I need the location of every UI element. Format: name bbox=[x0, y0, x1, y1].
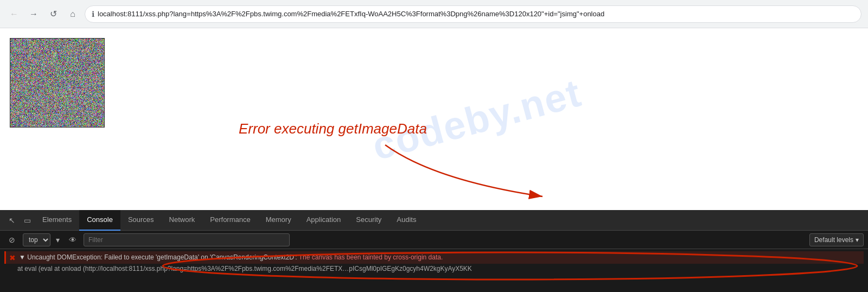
back-button[interactable]: ← bbox=[7, 7, 22, 22]
home-button[interactable]: ⌂ bbox=[65, 7, 80, 22]
error-message-prefix: ▼ Uncaught DOMException: Failed to execu… bbox=[19, 253, 299, 261]
watermark: codeby.net bbox=[368, 70, 586, 168]
eye-icon-btn[interactable]: 👁 bbox=[65, 232, 80, 247]
tab-elements[interactable]: Elements bbox=[35, 210, 79, 231]
tab-security[interactable]: Security bbox=[348, 210, 389, 231]
default-levels-label: Default levels bbox=[814, 236, 853, 244]
block-icon-btn[interactable]: ⊘ bbox=[4, 232, 20, 247]
dropdown-arrow-icon: ▾ bbox=[54, 234, 62, 245]
console-error-row-2: at eval (eval at onload (http://localhos… bbox=[4, 265, 864, 272]
address-bar[interactable]: ℹ localhost:8111/xss.php?lang=https%3A%2… bbox=[85, 5, 861, 23]
noise-image bbox=[10, 38, 105, 128]
tab-sources[interactable]: Sources bbox=[120, 210, 162, 231]
tab-network[interactable]: Network bbox=[162, 210, 203, 231]
tab-audits[interactable]: Audits bbox=[389, 210, 424, 231]
tab-application[interactable]: Application bbox=[299, 210, 349, 231]
devtools-toolbar: ⊘ top ▾ 👁 Default levels ▾ bbox=[0, 231, 868, 249]
secure-icon: ℹ bbox=[92, 10, 94, 18]
levels-arrow-icon: ▾ bbox=[856, 236, 859, 244]
address-text: localhost:8111/xss.php?lang=https%3A%2F%… bbox=[98, 10, 604, 18]
error-stack-text: at eval (eval at onload (http://localhos… bbox=[17, 265, 472, 272]
default-levels-button[interactable]: Default levels ▾ bbox=[809, 233, 864, 246]
forward-button[interactable]: → bbox=[26, 7, 41, 22]
devtools: ↖ ▭ Elements Console Sources Network Per… bbox=[0, 210, 868, 292]
devtools-tabs: ↖ ▭ Elements Console Sources Network Per… bbox=[0, 210, 868, 231]
devtools-console: ✖ ▼ Uncaught DOMException: Failed to exe… bbox=[0, 249, 868, 292]
reload-button[interactable]: ↺ bbox=[46, 7, 61, 22]
cursor-icon-btn[interactable]: ↖ bbox=[4, 213, 20, 228]
error-message-highlight: The canvas has been tainted by cross-ori… bbox=[299, 253, 443, 261]
page-content: codeby.net Error executing getImageData bbox=[0, 28, 868, 210]
browser-chrome: ← → ↺ ⌂ ℹ localhost:8111/xss.php?lang=ht… bbox=[0, 0, 868, 28]
tab-memory[interactable]: Memory bbox=[258, 210, 299, 231]
error-icon: ✖ bbox=[9, 253, 16, 262]
context-selector[interactable]: top bbox=[23, 233, 50, 246]
arrow-overlay bbox=[0, 28, 868, 210]
console-error-row-1: ✖ ▼ Uncaught DOMException: Failed to exe… bbox=[4, 251, 864, 264]
error-text: Error executing getImageData bbox=[239, 120, 427, 137]
device-icon-btn[interactable]: ▭ bbox=[20, 213, 35, 228]
tab-performance[interactable]: Performance bbox=[202, 210, 258, 231]
filter-input[interactable] bbox=[84, 233, 290, 246]
tab-console[interactable]: Console bbox=[79, 210, 120, 231]
error-message-main: ▼ Uncaught DOMException: Failed to execu… bbox=[19, 253, 443, 262]
